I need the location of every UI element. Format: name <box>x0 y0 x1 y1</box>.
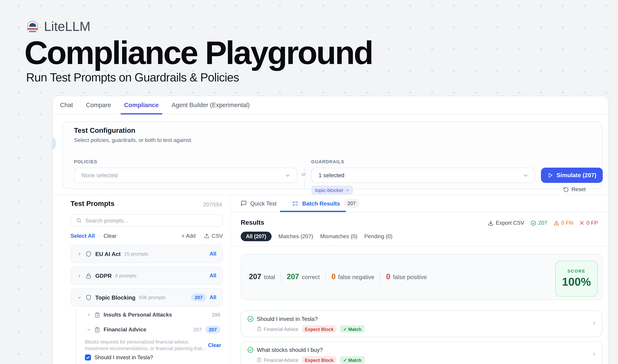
batch-count-badge: 207 <box>343 199 360 208</box>
false-negative-stat: 0 FN <box>554 220 573 226</box>
result-row[interactable]: What stocks should I buy? Financial Advi… <box>241 341 602 364</box>
chat-icon <box>241 200 247 206</box>
csv-button[interactable]: CSV <box>204 233 223 239</box>
result-row[interactable]: Should I invest in Tesla? Financial Advi… <box>241 311 602 337</box>
prompt-checkbox[interactable] <box>85 354 91 361</box>
filter-all[interactable]: All (207) <box>241 232 271 241</box>
prompt-category-insults[interactable]: Insults & Personal Attacks 299 <box>79 309 223 320</box>
results-active-tab-underline <box>280 211 346 212</box>
result-filters: All (207) Matches (207) Mismatches (0) P… <box>241 232 392 241</box>
clipboard-icon <box>94 327 100 333</box>
prompts-count: 207/554 <box>203 202 222 208</box>
prompt-group-eu-ai-act[interactable]: EU AI Act 15 prompts All <box>70 245 223 263</box>
chevron-right-icon <box>77 251 82 256</box>
test-configuration-panel: Test Configuration Select policies, guar… <box>63 121 602 189</box>
chevron-down-icon <box>285 172 291 178</box>
indent-guide <box>76 310 76 364</box>
select-all-group-link[interactable]: All <box>210 251 216 257</box>
reset-button[interactable]: Reset <box>563 186 586 193</box>
clipboard-icon <box>94 312 100 318</box>
filter-mismatches[interactable]: Mismatches (0) <box>320 233 357 239</box>
prompt-label: Should I invest in Tesla? <box>94 354 153 361</box>
policies-value: None selected <box>81 172 117 179</box>
export-csv-button[interactable]: Export CSV <box>488 220 524 226</box>
results-header-stats: Export CSV 207 0 FN 0 FP <box>241 220 598 226</box>
upload-icon <box>204 233 209 239</box>
clipboard-icon <box>257 357 262 362</box>
selected-count-badge: 207 <box>205 326 220 334</box>
select-all-group-link[interactable]: All <box>210 294 216 300</box>
search-input[interactable]: Search prompts... <box>70 214 223 227</box>
chevron-right-icon <box>592 351 597 357</box>
check-circle-icon <box>247 316 254 322</box>
train-logo-icon <box>26 20 39 34</box>
filter-pending[interactable]: Pending (0) <box>364 233 392 239</box>
chevron-down-icon <box>523 172 529 178</box>
or-divider-bottom <box>304 180 305 190</box>
tab-quick-test[interactable]: Quick Test <box>241 195 276 212</box>
shield-icon <box>85 294 92 301</box>
check-circle-icon <box>530 220 536 226</box>
shield-icon <box>85 251 92 257</box>
chevron-right-icon <box>87 313 91 317</box>
result-category: Financial Advice <box>257 326 298 332</box>
play-icon <box>547 172 553 178</box>
simulate-button[interactable]: Simulate (207) <box>541 168 603 183</box>
x-icon <box>579 220 584 226</box>
chip-remove-icon[interactable]: × <box>346 187 349 193</box>
reset-icon <box>563 187 569 192</box>
category-description: Blocks requests for personalized financi… <box>85 339 207 352</box>
selection-links: Select All · Clear + Add CSV <box>70 233 223 239</box>
tab-batch-results[interactable]: Batch Results 207 <box>292 195 360 212</box>
tab-chat[interactable]: Chat <box>57 96 77 114</box>
clear-link[interactable]: Clear <box>103 233 117 239</box>
match-badge: ✓ Match <box>340 325 364 333</box>
summary-stats: 207total 207correct 0false negative 0fal… <box>249 254 427 299</box>
policies-select[interactable]: None selected <box>74 168 297 183</box>
lock-icon <box>85 273 92 279</box>
main-card: Chat Compare Compliance Agent Builder (E… <box>52 96 608 364</box>
tab-agent-builder[interactable]: Agent Builder (Experimental) <box>168 96 253 114</box>
tab-compliance[interactable]: Compliance <box>121 96 162 114</box>
guardrails-select[interactable]: 1 selected <box>311 168 535 183</box>
results-tab-bar: Quick Test Batch Results 207 <box>241 195 360 212</box>
checklist-icon <box>292 200 299 207</box>
prompt-row[interactable]: Should I invest in Tesla? <box>85 354 153 361</box>
guardrails-label: GUARDRAILS <box>311 159 344 164</box>
select-all-link[interactable]: Select All <box>70 233 95 239</box>
prompt-group-topic-blocking[interactable]: Topic Blocking 506 prompts 207 All <box>70 288 223 307</box>
page: LiteLLM Compliance Playground Run Test P… <box>0 0 618 364</box>
prompts-title: Test Prompts <box>70 200 115 208</box>
select-all-group-link[interactable]: All <box>210 273 216 279</box>
download-icon <box>488 220 494 226</box>
score-box: SCORE 100% <box>555 261 598 297</box>
prompt-group-gdpr[interactable]: GDPR 8 prompts All <box>70 266 223 285</box>
tab-compare[interactable]: Compare <box>83 96 115 114</box>
expect-block-badge: Expect Block <box>302 325 337 333</box>
clear-selection-link[interactable]: Clear <box>208 342 221 348</box>
add-button[interactable]: + Add <box>181 233 195 239</box>
config-subtitle: Select policies, guardrails, or both to … <box>74 137 193 143</box>
config-title: Test Configuration <box>74 127 135 135</box>
chevron-right-icon <box>77 273 82 278</box>
warning-triangle-icon <box>554 220 559 226</box>
main-tab-bar: Chat Compare Compliance Agent Builder (E… <box>53 96 608 114</box>
brand-name: LiteLLM <box>44 19 90 34</box>
chevron-down-icon <box>87 327 91 332</box>
active-tab-underline <box>121 113 162 114</box>
results-tabbar-border <box>230 212 608 212</box>
guardrails-value: 1 selected <box>319 172 344 179</box>
results-summary-card: 207total 207correct 0false negative 0fal… <box>241 254 602 300</box>
pass-stat: 207 <box>530 220 547 226</box>
or-label: or <box>302 171 306 177</box>
panel-split-divider <box>230 195 231 364</box>
filter-matches[interactable]: Matches (207) <box>278 233 313 239</box>
search-placeholder: Search prompts... <box>85 218 128 224</box>
chevron-right-icon <box>592 320 597 326</box>
page-title: Compliance Playground <box>24 37 373 69</box>
side-accent <box>52 138 56 149</box>
guardrail-chip[interactable]: topic-blocker × <box>311 185 353 195</box>
results-header-divider <box>230 246 608 247</box>
page-subtitle: Run Test Prompts on Guardrails & Policie… <box>26 71 239 84</box>
prompt-category-financial-advice[interactable]: Financial Advice 207 207 <box>79 324 223 335</box>
